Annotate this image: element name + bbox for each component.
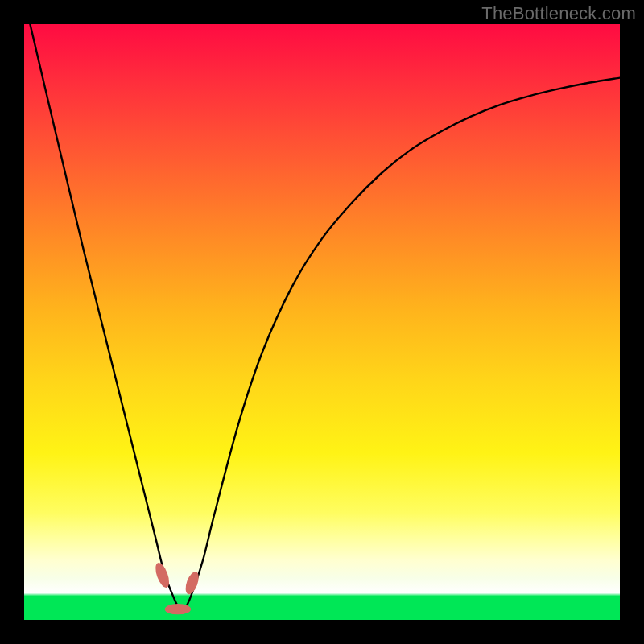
curve-marker — [183, 570, 201, 596]
chart-frame: TheBottleneck.com — [0, 0, 644, 644]
watermark-text: TheBottleneck.com — [481, 3, 636, 24]
curve-markers — [153, 561, 201, 614]
bottleneck-curve — [30, 24, 620, 609]
curve-svg — [24, 24, 620, 620]
curve-marker — [153, 561, 172, 589]
curve-marker — [165, 604, 192, 614]
plot-area — [24, 24, 620, 620]
